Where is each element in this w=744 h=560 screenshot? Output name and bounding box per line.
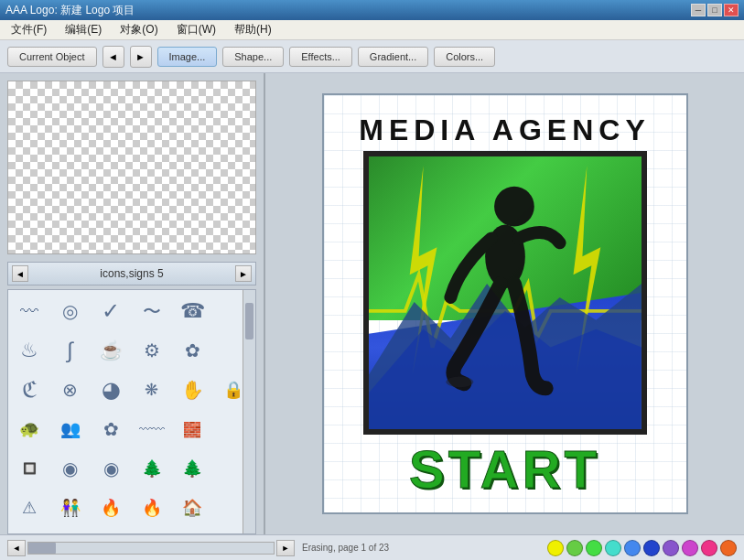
lightning-svg <box>369 156 642 429</box>
color-swatch-cyan[interactable] <box>605 540 621 556</box>
canvas-area: MEDIA AGENCY <box>265 73 744 534</box>
list-item[interactable]: ⚙ <box>133 331 171 370</box>
effects-button[interactable]: Effects... <box>289 47 352 67</box>
scrollbar-thumb <box>245 303 253 339</box>
icon-panel-prev[interactable]: ◄ <box>12 265 28 282</box>
list-item[interactable]: 🔥 <box>92 489 130 527</box>
bottom-bar: ◄ ► Erasing, page 1 of 23 <box>0 534 744 560</box>
maximize-button[interactable]: □ <box>707 4 722 16</box>
shape-button[interactable]: Shape... <box>222 47 284 67</box>
prev-object-button[interactable]: ◄ <box>102 46 124 68</box>
list-item[interactable]: 🔥 <box>133 489 171 527</box>
left-panel: ◄ icons,signs 5 ► 〰 ◎ ✓ 〜 ☎ ♨ ∫ ☕ ⚙ ✿ <box>0 73 265 534</box>
close-button[interactable]: ✕ <box>724 4 739 16</box>
color-swatches <box>547 540 737 556</box>
icon-scrollbar[interactable] <box>243 290 255 533</box>
list-item[interactable]: ♨ <box>10 331 49 370</box>
scroll-thumb <box>28 543 56 554</box>
scroll-right-button[interactable]: ► <box>276 540 295 556</box>
menu-object[interactable]: 对象(O) <box>113 20 165 39</box>
logo-title-text: MEDIA AGENCY <box>359 113 651 147</box>
colors-button[interactable]: Colors... <box>434 47 495 67</box>
status-text: Erasing, page 1 of 23 <box>302 543 547 553</box>
list-item[interactable]: ✳ <box>10 528 49 534</box>
list-item[interactable]: ⚠ <box>10 489 49 527</box>
list-item[interactable]: 👫 <box>51 489 90 527</box>
list-item[interactable]: 🌲 <box>133 449 171 488</box>
color-swatch-dark-blue[interactable] <box>643 540 660 556</box>
color-swatch-green[interactable] <box>586 540 602 556</box>
list-item[interactable] <box>92 528 130 534</box>
title-bar: AAA Logo: 新建 Logo 项目 ─ □ ✕ <box>0 0 744 20</box>
list-item[interactable]: ℭ <box>10 371 49 409</box>
icon-panel-header: ◄ icons,signs 5 ► <box>7 262 256 285</box>
svg-point-6 <box>446 376 473 387</box>
color-swatch-pink[interactable] <box>701 540 717 556</box>
list-item[interactable]: ◉ <box>51 449 90 488</box>
list-item[interactable]: ◕ <box>92 371 130 409</box>
icon-grid-container: 〰 ◎ ✓ 〜 ☎ ♨ ∫ ☕ ⚙ ✿ ℭ ⊗ ◕ ❋ ✋ 🔒 <box>7 289 256 534</box>
list-item[interactable]: ❋ <box>133 371 171 409</box>
svg-point-4 <box>494 187 534 227</box>
list-item[interactable]: ⊗ <box>51 371 90 409</box>
color-swatch-light-green[interactable] <box>566 540 583 556</box>
color-swatch-purple[interactable] <box>663 540 679 556</box>
logo-graphic-box <box>363 151 647 435</box>
list-item[interactable]: ∫ <box>51 331 90 370</box>
image-button[interactable]: Image... <box>157 47 218 67</box>
list-item[interactable] <box>133 528 171 534</box>
list-item[interactable]: 〰〰 <box>133 410 171 448</box>
menu-window[interactable]: 窗口(W) <box>169 20 223 39</box>
list-item[interactable]: 〰 <box>10 292 49 330</box>
menu-edit[interactable]: 编辑(E) <box>58 20 109 39</box>
menu-bar: 文件(F) 编辑(E) 对象(O) 窗口(W) 帮助(H) <box>0 20 744 40</box>
icon-panel-next[interactable]: ► <box>235 265 252 282</box>
preview-area <box>7 81 256 254</box>
list-item[interactable]: 🌲 <box>173 449 211 488</box>
list-item[interactable]: 🐢 <box>10 410 49 448</box>
horizontal-scrollbar[interactable] <box>27 542 275 555</box>
menu-file[interactable]: 文件(F) <box>4 20 54 39</box>
list-item[interactable]: 🏠 <box>173 489 211 527</box>
logo-canvas[interactable]: MEDIA AGENCY <box>322 93 688 514</box>
logo-inner: MEDIA AGENCY <box>351 113 659 503</box>
menu-help[interactable]: 帮助(H) <box>227 20 279 39</box>
list-item[interactable]: ☎ <box>173 292 211 330</box>
list-item[interactable] <box>173 528 211 534</box>
list-item[interactable]: 👥 <box>51 410 90 448</box>
icon-grid: 〰 ◎ ✓ 〜 ☎ ♨ ∫ ☕ ⚙ ✿ ℭ ⊗ ◕ ❋ ✋ 🔒 <box>8 290 255 534</box>
main-content: ◄ icons,signs 5 ► 〰 ◎ ✓ 〜 ☎ ♨ ∫ ☕ ⚙ ✿ <box>0 73 744 534</box>
next-object-button[interactable]: ► <box>130 46 152 68</box>
current-object-button[interactable]: Current Object <box>7 47 97 67</box>
minimize-button[interactable]: ─ <box>691 4 706 16</box>
toolbar: Current Object ◄ ► Image... Shape... Eff… <box>0 40 744 73</box>
color-swatch-orange[interactable] <box>720 540 737 556</box>
list-item[interactable]: 🔲 <box>10 449 49 488</box>
list-item[interactable]: ✿ <box>92 410 130 448</box>
window-title: AAA Logo: 新建 Logo 项目 <box>5 3 135 18</box>
scroll-left-button[interactable]: ◄ <box>7 540 26 556</box>
window-controls: ─ □ ✕ <box>691 4 739 16</box>
list-item[interactable]: ✓ <box>92 292 130 330</box>
list-item[interactable]: 〜 <box>133 292 171 330</box>
list-item[interactable]: ◉ <box>92 449 130 488</box>
color-swatch-magenta[interactable] <box>682 540 698 556</box>
list-item[interactable]: 🧱 <box>173 410 211 448</box>
color-swatch-blue[interactable] <box>624 540 641 556</box>
icon-panel-title: icons,signs 5 <box>28 267 235 280</box>
list-item[interactable] <box>51 528 90 534</box>
list-item[interactable]: ✿ <box>173 331 211 370</box>
list-item[interactable]: ☕ <box>92 331 130 370</box>
list-item[interactable]: ◎ <box>51 292 90 330</box>
color-swatch-yellow[interactable] <box>547 540 564 556</box>
list-item[interactable]: ✋ <box>173 371 211 409</box>
logo-start-text: START <box>409 438 600 500</box>
gradient-button[interactable]: Gradient... <box>358 47 428 67</box>
